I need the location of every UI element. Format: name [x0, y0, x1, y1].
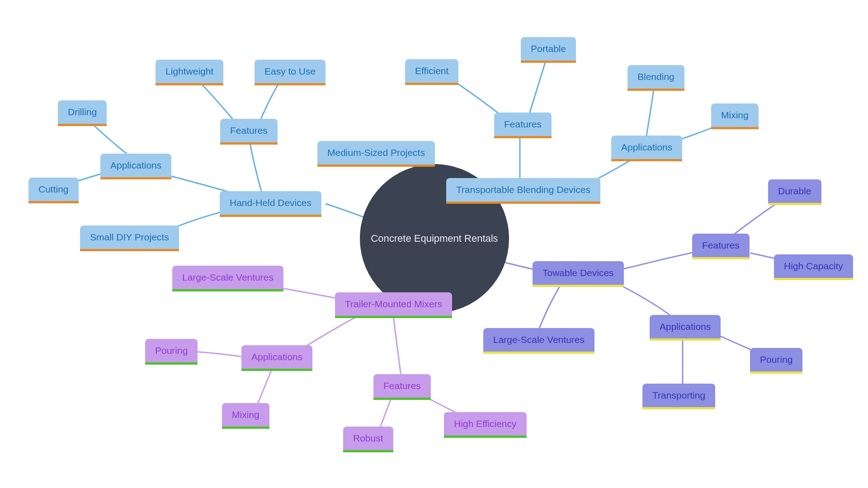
node-hh-applications: Applications: [100, 154, 171, 179]
node-drilling: Drilling: [58, 100, 107, 126]
node-hh-features: Features: [220, 119, 278, 145]
node-small-diy: Small DIY Projects: [80, 225, 179, 251]
node-blending: Blending: [627, 65, 684, 91]
node-efficient: Efficient: [405, 59, 458, 85]
node-cutting: Cutting: [28, 178, 79, 203]
node-towable: Towable Devices: [533, 261, 624, 287]
node-tm-applications: Applications: [241, 345, 312, 371]
node-high-capacity: High Capacity: [774, 254, 853, 280]
node-transporting: Transporting: [642, 384, 715, 409]
node-lightweight: Lightweight: [156, 60, 223, 85]
node-tb-applications: Applications: [611, 136, 682, 161]
node-mixing-tm: Mixing: [222, 403, 269, 429]
mindmap-canvas: Concrete Equipment Rentals Hand-Held Dev…: [0, 0, 868, 488]
node-pouring-tm: Pouring: [145, 339, 198, 365]
node-tm-large-scale: Large-Scale Ventures: [172, 266, 283, 291]
node-tb-features: Features: [494, 113, 552, 138]
node-hand-held: Hand-Held Devices: [220, 191, 321, 217]
node-pouring-tw: Pouring: [750, 348, 802, 374]
node-tw-features: Features: [692, 234, 750, 259]
node-tw-large-scale: Large-Scale Ventures: [483, 328, 594, 354]
node-tm-features: Features: [373, 374, 431, 400]
node-high-efficiency: High Efficiency: [444, 412, 527, 438]
node-durable: Durable: [768, 179, 821, 205]
node-easy-to-use: Easy to Use: [255, 60, 326, 85]
node-robust: Robust: [343, 427, 393, 452]
node-trailer-mounted: Trailer-Mounted Mixers: [335, 292, 452, 318]
node-medium-sized: Medium-Sized Projects: [317, 141, 435, 167]
node-mixing-tb: Mixing: [711, 103, 759, 129]
center-label: Concrete Equipment Rentals: [371, 233, 498, 244]
node-portable: Portable: [521, 37, 576, 63]
node-transportable: Transportable Blending Devices: [446, 178, 600, 204]
node-tw-applications: Applications: [650, 315, 721, 341]
